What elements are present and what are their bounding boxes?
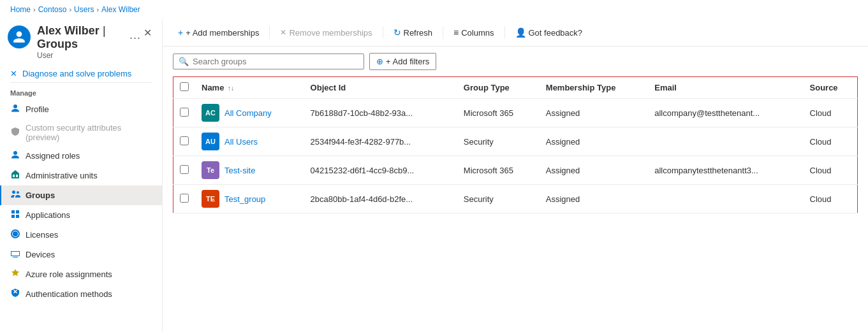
group-avatar: AU	[202, 133, 219, 150]
more-options-button[interactable]: ···	[129, 31, 141, 45]
row-name: AU All Users	[195, 127, 304, 156]
select-all-header[interactable]	[173, 77, 196, 99]
profile-icon	[10, 103, 20, 115]
diagnose-label: Diagnose and solve problems	[22, 69, 131, 78]
row-checkbox-cell[interactable]	[173, 185, 196, 213]
columns-icon: ≡	[453, 27, 459, 38]
row-email	[648, 185, 803, 213]
sidebar-item-label: Devices	[26, 250, 55, 259]
row-name: AC All Company	[195, 99, 304, 127]
row-email: allcompany@testthetenant...	[648, 99, 803, 127]
sidebar-item-licenses[interactable]: Licenses	[0, 225, 162, 245]
search-input[interactable]	[193, 57, 358, 66]
sidebar-item-diagnose[interactable]: ✕ Diagnose and solve problems	[0, 65, 162, 82]
sidebar-item-label: Licenses	[26, 230, 58, 240]
row-name: TE Test_group	[195, 185, 304, 213]
sidebar-item-label: Authentication methods	[26, 289, 112, 299]
group-name-link[interactable]: All Company	[224, 108, 272, 118]
breadcrumb-contoso[interactable]: Contoso	[38, 5, 67, 14]
select-all-checkbox[interactable]	[180, 82, 189, 91]
sort-icon: ↑↓	[228, 85, 234, 92]
row-object-id: 04215232-d6f1-4cc9-8cb9...	[304, 156, 457, 185]
group-name-link[interactable]: Test-site	[224, 166, 255, 175]
add-memberships-label: + Add memberships	[186, 28, 259, 38]
columns-button[interactable]: ≡ Columns	[448, 24, 499, 41]
search-input-container: 🔍	[173, 54, 364, 69]
breadcrumb-alex[interactable]: Alex Wilber	[101, 5, 140, 14]
add-memberships-button[interactable]: + + Add memberships	[173, 24, 264, 41]
sidebar-item-applications[interactable]: Applications	[0, 205, 162, 225]
row-group-type: Security	[457, 127, 540, 156]
licenses-icon	[10, 229, 20, 241]
group-avatar: AC	[202, 104, 219, 122]
row-checkbox[interactable]	[180, 108, 189, 117]
feedback-button[interactable]: 👤 Got feedback?	[510, 24, 588, 41]
sidebar-item-label: Custom security attributes (preview)	[26, 123, 152, 142]
row-membership-type: Assigned	[540, 127, 648, 156]
table-row: TE Test_group 2bca80bb-1af4-4d6d-b2fe...…	[173, 185, 858, 213]
col-header-object-id[interactable]: Object Id	[304, 77, 457, 99]
sidebar: Alex Wilber | Groups ··· User ✕ ✕ Diagno…	[0, 19, 163, 332]
auth-methods-icon	[10, 288, 20, 300]
col-header-group-type[interactable]: Group Type	[457, 77, 540, 99]
sidebar-item-auth-methods[interactable]: Authentication methods	[0, 284, 162, 304]
sidebar-item-admin-units[interactable]: Administrative units	[0, 166, 162, 185]
row-object-id: 7b6188d7-10cb-48b2-93a...	[304, 99, 457, 127]
sidebar-item-azure-roles[interactable]: Azure role assignments	[0, 264, 162, 284]
close-button[interactable]: ✕	[141, 24, 154, 41]
row-checkbox[interactable]	[180, 194, 189, 203]
breadcrumb-users[interactable]: Users	[74, 5, 94, 14]
row-membership-type: Assigned	[540, 99, 648, 127]
group-avatar: TE	[202, 190, 219, 208]
sidebar-item-assigned-roles[interactable]: Assigned roles	[0, 146, 162, 166]
row-checkbox-cell[interactable]	[173, 127, 196, 156]
breadcrumb: Home › Contoso › Users › Alex Wilber	[0, 0, 868, 19]
col-header-email[interactable]: Email	[648, 77, 803, 99]
row-checkbox-cell[interactable]	[173, 99, 196, 127]
sidebar-item-custom-security: Custom security attributes (preview)	[0, 119, 162, 146]
group-name-link[interactable]: Test_group	[224, 194, 265, 204]
group-name-link[interactable]: All Users	[224, 137, 258, 147]
filter-label: + Add filters	[386, 57, 429, 66]
sidebar-item-label: Profile	[26, 105, 49, 114]
search-bar: 🔍 ⊕ + Add filters	[163, 47, 868, 76]
row-checkbox[interactable]	[180, 165, 189, 174]
admin-units-icon	[10, 170, 20, 182]
sidebar-item-groups[interactable]: Groups	[0, 185, 162, 205]
assigned-roles-icon	[10, 150, 20, 162]
toolbar-separator4	[504, 26, 505, 39]
refresh-icon: ↻	[394, 27, 401, 38]
search-icon: 🔍	[179, 57, 189, 66]
refresh-button[interactable]: ↻ Refresh	[388, 24, 438, 41]
row-email: allcompanytestthetenantt3...	[648, 156, 803, 185]
remove-memberships-button[interactable]: ✕ Remove memberships	[275, 25, 377, 41]
page-title: Alex Wilber | Groups	[37, 24, 127, 51]
row-group-type: Security	[457, 185, 540, 213]
sidebar-item-label: Azure role assignments	[26, 270, 112, 279]
content-area: + + Add memberships ✕ Remove memberships…	[163, 19, 868, 332]
row-membership-type: Assigned	[540, 185, 648, 213]
col-header-name[interactable]: Name ↑↓	[195, 77, 304, 99]
manage-section-label: Manage	[0, 83, 162, 99]
table-row: AC All Company 7b6188d7-10cb-48b2-93a...…	[173, 99, 858, 127]
row-email	[648, 127, 803, 156]
sidebar-item-label: Assigned roles	[26, 151, 80, 161]
custom-security-icon	[10, 127, 20, 139]
col-header-source[interactable]: Source	[804, 77, 858, 99]
sidebar-item-profile[interactable]: Profile	[0, 99, 162, 119]
add-filters-button[interactable]: ⊕ + Add filters	[369, 53, 436, 70]
breadcrumb-home[interactable]: Home	[10, 5, 31, 14]
row-membership-type: Assigned	[540, 156, 648, 185]
row-source: Cloud	[804, 99, 858, 127]
groups-icon	[10, 189, 20, 201]
feedback-icon: 👤	[515, 27, 526, 38]
sidebar-item-label: Administrative units	[26, 171, 98, 180]
row-checkbox-cell[interactable]	[173, 156, 196, 185]
azure-role-icon	[10, 268, 20, 280]
row-checkbox[interactable]	[180, 136, 189, 145]
col-header-membership-type[interactable]: Membership Type	[540, 77, 648, 99]
row-source: Cloud	[804, 185, 858, 213]
sidebar-item-devices[interactable]: Devices	[0, 245, 162, 264]
columns-label: Columns	[461, 28, 494, 38]
row-source: Cloud	[804, 156, 858, 185]
